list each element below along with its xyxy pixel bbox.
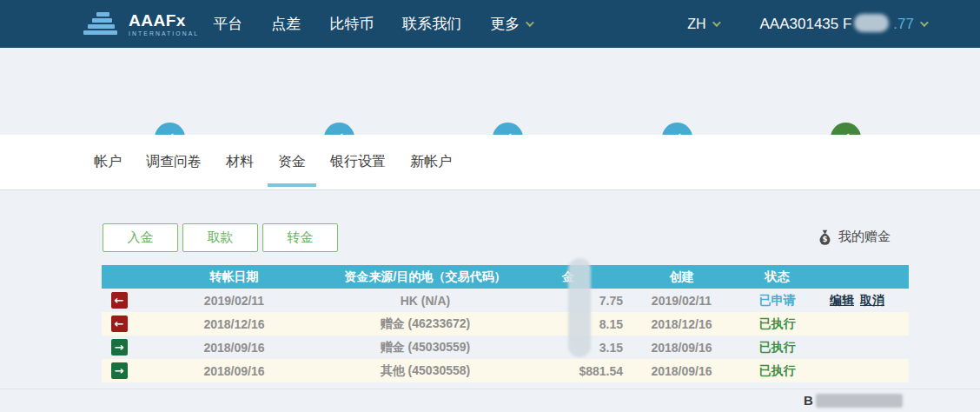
chevron-down-icon (526, 18, 534, 27)
tab-new-account[interactable]: 新帐户 (400, 135, 462, 189)
transfer-button[interactable]: 转金 (262, 223, 338, 252)
table-row: 2018/09/16 其他 (45030558) $881.54 2018/09… (102, 359, 909, 382)
menu-item-contact[interactable]: 联系我们 (402, 14, 461, 34)
cell-date: 2019/02/11 (136, 294, 332, 308)
chevron-down-icon (712, 18, 720, 27)
status-badge-applied: 已申请 (732, 293, 823, 309)
account-id: AAA301435 F (760, 16, 852, 33)
my-bonus-link[interactable]: $ 我的赠金 (818, 229, 891, 245)
cell-date: 2018/09/16 (136, 364, 332, 378)
cell-created: 2019/02/11 (632, 294, 732, 308)
cell-source: HK (N/A) (332, 294, 519, 308)
table-row: 2019/02/11 HK (N/A) 7.75 2019/02/11 已申请 … (102, 289, 909, 312)
table-row: 2018/09/16 赠金 (45030559) 3.15 2018/09/16… (102, 336, 909, 359)
deposit-button[interactable]: 入金 (103, 223, 178, 252)
account-suffix: .77 (893, 16, 914, 33)
tab-questionnaire[interactable]: 调查问卷 (136, 135, 212, 189)
menu-item-bitcoin[interactable]: 比特币 (329, 14, 374, 34)
transfer-in-icon (111, 362, 128, 379)
tab-account[interactable]: 帐户 (83, 135, 132, 189)
withdraw-button[interactable]: 取款 (182, 223, 258, 252)
table-header-row: 转帐日期 资金来源/目的地（交易代码） 金 创建 状态 (102, 265, 909, 289)
cell-created: 2018/09/16 (632, 364, 732, 378)
pyramid-logo-icon (81, 12, 121, 37)
transfer-out-icon (111, 292, 128, 309)
account-dropdown[interactable]: AAA301435 F .77 (760, 16, 927, 33)
cell-source: 赠金 (45030559) (332, 340, 519, 356)
main-menu: 平台 点差 比特币 联系我们 更多 (213, 14, 532, 34)
progress-stepper: 注册 调查问卷 入金 材料 开始交易 (0, 48, 980, 135)
cell-created: 2018/09/16 (632, 341, 732, 355)
menu-item-platform[interactable]: 平台 (213, 14, 242, 34)
transfer-in-icon (111, 339, 128, 356)
status-badge-executed: 已执行 (732, 340, 823, 356)
chevron-down-icon (920, 18, 929, 27)
col-header-status: 状态 (732, 269, 823, 285)
footer-divider (0, 389, 980, 389)
redaction-blur-amount-column (568, 258, 591, 357)
top-navbar: AAAFx INTERNATIONAL 平台 点差 比特币 联系我们 更多 ZH… (0, 0, 980, 48)
language-selector[interactable]: ZH (687, 17, 718, 32)
cancel-link[interactable]: 取消 (860, 293, 884, 309)
brand-subtitle: INTERNATIONAL (129, 30, 199, 37)
status-badge-executed: 已执行 (732, 316, 823, 332)
table-row: 2018/12/16 赠金 (46233672) 8.15 2018/12/16… (102, 312, 909, 336)
section-tabs: 帐户 调查问卷 材料 资金 银行设置 新帐户 (0, 135, 980, 190)
cell-date: 2018/12/16 (136, 317, 332, 331)
cell-source: 其他 (45030558) (332, 363, 519, 379)
page: AAAFx INTERNATIONAL 平台 点差 比特币 联系我们 更多 ZH… (0, 0, 980, 412)
col-header-source: 资金来源/目的地（交易代码） (332, 269, 519, 285)
cell-created: 2018/12/16 (632, 317, 732, 331)
redaction-blur-account (854, 14, 889, 32)
col-header-transfer-date: 转帐日期 (136, 269, 332, 285)
svg-text:$: $ (823, 235, 828, 243)
menu-item-spreads[interactable]: 点差 (271, 14, 301, 34)
col-header-created: 创建 (632, 269, 732, 285)
cell-date: 2018/09/16 (136, 341, 332, 355)
footer-text: B (804, 393, 813, 408)
money-bag-icon: $ (818, 229, 832, 245)
edit-link[interactable]: 编辑 (830, 293, 854, 309)
my-bonus-label: 我的赠金 (838, 229, 891, 245)
status-badge-executed: 已执行 (732, 363, 823, 379)
brand-logo[interactable]: AAAFx INTERNATIONAL (81, 12, 199, 37)
tab-bank-settings[interactable]: 银行设置 (320, 135, 396, 189)
cell-source: 赠金 (46233672) (332, 316, 519, 332)
brand-name: AAAFx (129, 12, 199, 29)
menu-item-more[interactable]: 更多 (490, 14, 532, 34)
tab-funds[interactable]: 资金 (268, 135, 316, 189)
redaction-blur-footer (816, 394, 903, 408)
cell-amount: $881.54 (519, 364, 632, 378)
transactions-table: 转帐日期 资金来源/目的地（交易代码） 金 创建 状态 2019/02/11 H… (102, 265, 909, 382)
tab-documents[interactable]: 材料 (215, 135, 264, 189)
transfer-out-icon (111, 316, 128, 332)
